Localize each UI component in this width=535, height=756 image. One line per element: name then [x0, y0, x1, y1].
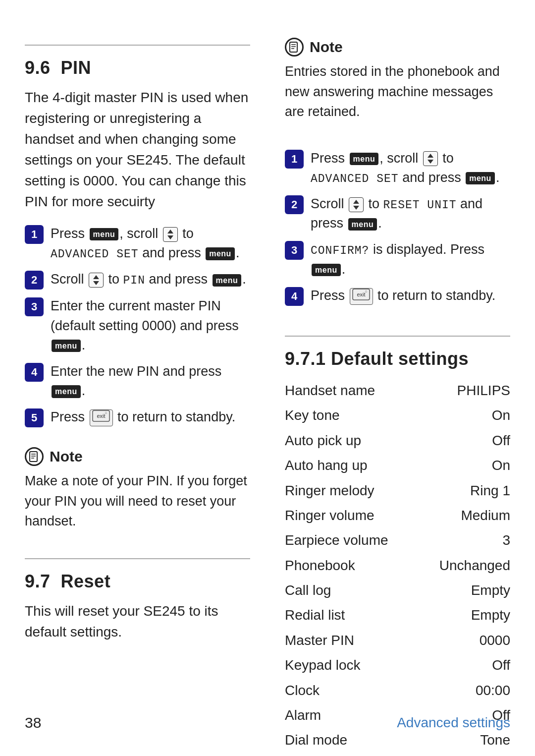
settings-label: Phonebook: [285, 553, 409, 578]
settings-label: Clock: [285, 678, 409, 703]
adv-set-mono-r1: ADVANCED SET: [311, 173, 399, 185]
scroll-icon: [163, 227, 178, 242]
menu-btn-icon-2: menu: [206, 247, 235, 260]
pin-step-4: 4 Enter the new PIN and press menu.: [25, 362, 250, 401]
pin-step-3: 3 Enter the current master PIN (default …: [25, 296, 250, 354]
settings-value: 00:00: [409, 678, 510, 703]
settings-label: Auto hang up: [285, 453, 409, 478]
settings-value: Off: [409, 653, 510, 678]
step-num-5: 5: [25, 408, 44, 427]
settings-value: Medium: [409, 503, 510, 528]
table-row: Handset namePHILIPS: [285, 378, 510, 403]
svg-rect-11: [290, 42, 297, 52]
exit-btn-icon-r4: exit ⌂: [350, 288, 373, 305]
settings-value: Empty: [409, 603, 510, 628]
settings-value: PHILIPS: [409, 378, 510, 403]
default-settings-table: Handset namePHILIPSKey toneOnAuto pick u…: [285, 378, 510, 753]
note-header-1: Note: [25, 447, 250, 466]
svg-marker-3: [93, 281, 99, 285]
settings-value: Unchanged: [409, 553, 510, 578]
scroll-icon-r2: [349, 197, 364, 212]
menu-btn-r3: menu: [312, 264, 341, 276]
svg-marker-17: [353, 200, 359, 204]
page: 9.6 PIN The 4-digit master PIN is used w…: [0, 0, 535, 756]
note-body-2: Entries stored in the phonebook and new …: [285, 61, 510, 122]
settings-value: 3: [409, 528, 510, 553]
exit-btn-icon: exit ⌂: [90, 409, 113, 426]
note-body-1: Make a note of your PIN. If you forget y…: [25, 471, 250, 531]
default-settings-divider: [285, 336, 510, 337]
settings-value: Empty: [409, 578, 510, 603]
settings-value: Tone: [409, 728, 510, 753]
settings-label: Master PIN: [285, 628, 409, 653]
reset-steps-list: 1 Press menu, scroll to ADVANCED SET and…: [285, 149, 510, 306]
svg-text:⌂: ⌂: [105, 410, 107, 415]
reset-section-body: This will reset your SE245 to its defaul…: [25, 601, 250, 642]
step-num-3: 3: [25, 297, 44, 316]
step-5-text: Press exit ⌂ to return to standby.: [51, 407, 250, 427]
menu-btn-icon: menu: [90, 228, 119, 240]
reset-step-num-1: 1: [285, 150, 304, 169]
note-title-1: Note: [50, 448, 83, 465]
reset-step-4: 4 Press exit ⌂ to return to standby.: [285, 286, 510, 306]
menu-btn-r1b: menu: [466, 172, 495, 184]
default-settings-section: 9.7.1 Default settings Handset namePHILI…: [285, 349, 510, 753]
svg-marker-0: [167, 230, 173, 233]
table-row: Auto pick upOff: [285, 428, 510, 453]
footer: 38 Advanced settings: [25, 714, 510, 731]
scroll-icon-r1: [423, 151, 438, 166]
note-block-2: Note Entries stored in the phonebook and…: [285, 38, 510, 122]
settings-label: Handset name: [285, 378, 409, 403]
pin-step-2: 2 Scroll to PIN and press menu.: [25, 270, 250, 290]
settings-label: Auto pick up: [285, 428, 409, 453]
svg-marker-16: [428, 160, 433, 164]
menu-btn-icon-5: menu: [52, 385, 81, 398]
settings-label: Ringer volume: [285, 503, 409, 528]
right-column: Note Entries stored in the phonebook and…: [270, 30, 510, 726]
note-icon-2: [285, 38, 304, 57]
step-num-2: 2: [25, 271, 44, 290]
pin-mono: PIN: [123, 274, 145, 287]
settings-label: Call log: [285, 578, 409, 603]
svg-text:exit: exit: [357, 291, 365, 297]
reset-step-num-4: 4: [285, 287, 304, 306]
reset-step-2-text: Scroll to RESET UNIT and press menu.: [311, 194, 510, 233]
table-row: Call logEmpty: [285, 578, 510, 603]
reset-step-2: 2 Scroll to RESET UNIT and press menu.: [285, 194, 510, 233]
svg-marker-15: [428, 154, 433, 158]
reset-step-1: 1 Press menu, scroll to ADVANCED SET and…: [285, 149, 510, 187]
pin-step-5: 5 Press exit ⌂ to return to standby.: [25, 407, 250, 427]
svg-text:⌂: ⌂: [365, 289, 367, 293]
confirm-mono: CONFIRM?: [311, 244, 369, 257]
settings-label: Dial mode: [285, 728, 409, 753]
table-row: Ringer melodyRing 1: [285, 478, 510, 503]
table-row: Redial listEmpty: [285, 603, 510, 628]
note-header-2: Note: [285, 38, 510, 57]
svg-text:exit: exit: [97, 413, 105, 419]
settings-label: Key tone: [285, 403, 409, 428]
step-4-text: Enter the new PIN and press menu.: [51, 362, 250, 401]
reset-step-1-text: Press menu, scroll to ADVANCED SET and p…: [311, 149, 510, 187]
settings-value: Ring 1: [409, 478, 510, 503]
reset-step-num-2: 2: [285, 195, 304, 214]
table-row: Master PIN0000: [285, 628, 510, 653]
step-num-1: 1: [25, 225, 44, 244]
svg-marker-2: [93, 275, 99, 279]
pin-step-1: 1 Press menu, scroll to ADVANCED SET and…: [25, 224, 250, 263]
settings-value: On: [409, 453, 510, 478]
note-block-1: Note Make a note of your PIN. If you for…: [25, 447, 250, 531]
adv-set-mono-1: ADVANCED SET: [51, 248, 139, 261]
svg-marker-18: [353, 206, 359, 210]
table-row: Clock00:00: [285, 678, 510, 703]
note-icon-1: [25, 447, 44, 466]
menu-btn-r2: menu: [348, 218, 377, 231]
pin-steps-list: 1 Press menu, scroll to ADVANCED SET and…: [25, 224, 250, 427]
section-pin: 9.6 PIN The 4-digit master PIN is used w…: [25, 58, 250, 439]
table-row: PhonebookUnchanged: [285, 553, 510, 578]
table-row: Keypad lockOff: [285, 653, 510, 678]
reset-step-num-3: 3: [285, 241, 304, 260]
step-3-text: Enter the current master PIN (default se…: [51, 296, 250, 354]
settings-label: Redial list: [285, 603, 409, 628]
settings-label: Keypad lock: [285, 653, 409, 678]
table-row: Auto hang upOn: [285, 453, 510, 478]
